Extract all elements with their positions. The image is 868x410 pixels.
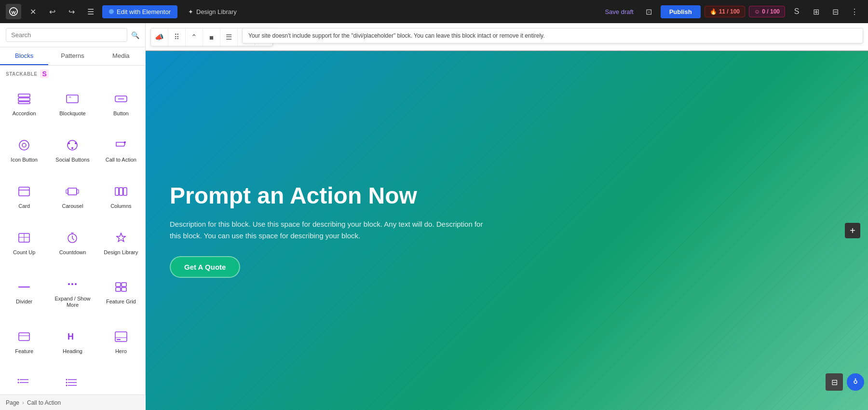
more-options-button[interactable]: ⋮	[847, 4, 862, 19]
breadcrumb: Page › Call to Action	[0, 395, 146, 410]
styles-button[interactable]: S	[789, 4, 804, 19]
block-heading[interactable]: H Heading	[48, 317, 96, 364]
design-library-button[interactable]: ✦ Design Library	[181, 5, 244, 18]
block-countdown[interactable]: Countdown	[48, 219, 96, 265]
search-icon: 🔍	[131, 31, 139, 39]
svg-rect-42	[117, 339, 121, 340]
svg-rect-40	[115, 332, 127, 342]
block-heading-label: Heading	[63, 348, 82, 355]
block-hero[interactable]: Hero	[97, 317, 145, 364]
close-button[interactable]: ✕	[25, 4, 41, 19]
block-type-button[interactable]: 📣	[151, 28, 168, 46]
block-expand[interactable]: Expand / Show More	[48, 265, 96, 317]
block-blockquote-label: Blockquote	[59, 110, 85, 117]
svg-point-12	[68, 142, 70, 144]
icon-list2-icon	[64, 374, 81, 391]
layout: 🔍 Blocks Patterns Media STACKABLE S Acco…	[0, 23, 868, 410]
social-buttons-icon	[64, 137, 81, 154]
hero-icon	[112, 328, 130, 345]
svg-point-10	[22, 143, 26, 147]
block-card[interactable]: Card	[0, 173, 48, 219]
undo-button[interactable]: ↩	[44, 4, 60, 19]
site-editor-button[interactable]: ⊞	[808, 4, 824, 19]
svg-point-45	[18, 379, 19, 381]
block-columns-label: Columns	[110, 203, 131, 209]
svg-point-13	[75, 142, 77, 144]
align-center-button[interactable]: ☰	[220, 28, 238, 46]
block-accordion[interactable]: Accordion	[0, 80, 48, 126]
drag-handle[interactable]: ⠿	[168, 28, 186, 46]
list-view-button[interactable]: ☰	[83, 4, 98, 19]
block-call-to-action[interactable]: Call to Action	[97, 126, 145, 173]
block-blockquote[interactable]: " Blockquote	[48, 80, 96, 126]
tab-patterns[interactable]: Patterns	[48, 47, 96, 65]
svg-rect-23	[123, 188, 127, 195]
breadcrumb-page[interactable]: Page	[6, 399, 19, 406]
svg-rect-22	[119, 188, 122, 195]
hero-title: Prompt an Action Now	[170, 183, 507, 209]
block-columns[interactable]: Columns	[97, 173, 145, 219]
svg-rect-5	[67, 95, 78, 103]
feature-icon	[15, 328, 33, 345]
block-button-label: Button	[113, 110, 129, 117]
layout-toggle-button[interactable]: ⊟	[826, 373, 843, 391]
expand-icon	[64, 275, 81, 293]
block-feature-grid[interactable]: Feature Grid	[97, 265, 145, 317]
edit-elementor-button[interactable]: Edit with Elementor	[102, 5, 177, 18]
count-up-icon	[15, 229, 33, 246]
redo-button[interactable]: ↪	[64, 4, 79, 19]
block-icon-button-label: Icon Button	[11, 157, 38, 163]
icon-list1-icon	[15, 374, 33, 391]
blocks-grid: Accordion " Blockquote Button Icon Butto…	[0, 80, 145, 410]
block-count-up[interactable]: Count Up	[0, 219, 48, 265]
svg-rect-33	[116, 283, 121, 287]
block-design-library[interactable]: Design Library	[97, 219, 145, 265]
sidebar-toggle-button[interactable]: ⊟	[827, 4, 843, 19]
block-social-buttons[interactable]: Social Buttons	[48, 126, 96, 173]
publish-button[interactable]: Publish	[661, 5, 701, 18]
hero-section[interactable]: Prompt an Action Now Description for thi…	[146, 51, 868, 410]
svg-point-15	[124, 141, 126, 143]
block-carousel[interactable]: Carousel	[48, 173, 96, 219]
pink-counter[interactable]: ☺ 0 / 100	[749, 6, 785, 17]
svg-rect-36	[122, 287, 126, 291]
align-left-button[interactable]: ■	[203, 28, 220, 46]
hero-description: Description for this block. Use this spa…	[170, 219, 483, 242]
block-icon-button[interactable]: Icon Button	[0, 126, 48, 173]
topbar: W ✕ ↩ ↪ ☰ Edit with Elementor ✦ Design L…	[0, 0, 868, 23]
breadcrumb-section[interactable]: Call to Action	[27, 399, 61, 406]
breadcrumb-separator: ›	[22, 399, 24, 406]
add-block-button[interactable]: +	[845, 223, 860, 238]
svg-text:W: W	[12, 10, 16, 15]
warning-message: Your site doesn't include support for th…	[248, 32, 545, 39]
svg-rect-2	[18, 94, 30, 97]
svg-point-46	[18, 382, 19, 383]
svg-rect-21	[115, 188, 119, 195]
wp-logo[interactable]: W	[6, 4, 21, 19]
warning-bar: Your site doesn't include support for th…	[242, 28, 863, 43]
svg-point-51	[66, 382, 68, 383]
search-input[interactable]	[6, 28, 127, 42]
tab-blocks[interactable]: Blocks	[0, 47, 48, 65]
move-up-button[interactable]: ⌃	[186, 28, 203, 46]
svg-point-52	[66, 385, 68, 386]
heading-icon: H	[64, 328, 81, 345]
svg-rect-3	[18, 98, 30, 101]
hero-cta-button[interactable]: Get A Quote	[170, 256, 240, 278]
accordion-icon	[15, 90, 33, 108]
block-button[interactable]: Button	[97, 80, 145, 126]
accessibility-button[interactable]	[847, 373, 864, 391]
block-accordion-label: Accordion	[13, 110, 36, 117]
divider-icon	[15, 278, 33, 296]
red-counter[interactable]: 🔥 11 / 100	[705, 6, 745, 17]
block-divider[interactable]: Divider	[0, 265, 48, 317]
block-expand-label: Expand / Show More	[50, 296, 95, 308]
block-feature[interactable]: Feature	[0, 317, 48, 364]
preview-button[interactable]: ⊡	[641, 4, 657, 19]
feature-grid-icon	[112, 278, 130, 296]
save-draft-button[interactable]: Save draft	[601, 5, 637, 18]
tab-media[interactable]: Media	[97, 47, 145, 65]
design-library-icon	[112, 229, 130, 246]
block-count-up-label: Count Up	[13, 249, 35, 256]
main-content: Add title 📣 ⠿ ⌃ ■ ☰ ⊞ ⋮ Your site doesn'…	[146, 23, 868, 410]
